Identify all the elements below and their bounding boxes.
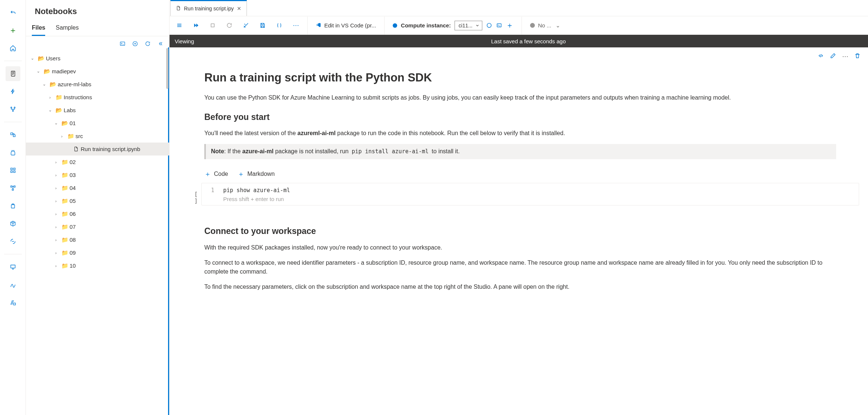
- tree-folder[interactable]: ›📁06: [26, 207, 169, 220]
- tree-folder[interactable]: ›📁09: [26, 246, 169, 259]
- edit-cell-icon[interactable]: [830, 53, 836, 61]
- tree-src[interactable]: ›📁src: [26, 130, 169, 143]
- svg-rect-15: [13, 303, 15, 305]
- cell-paragraph: You'll need the latest version of the az…: [204, 129, 836, 138]
- svg-rect-8: [11, 171, 13, 173]
- endpoints-icon[interactable]: [6, 234, 20, 249]
- status-saved: Last saved a few seconds ago: [194, 38, 863, 44]
- tree-folder[interactable]: ›📁02: [26, 155, 169, 168]
- tree-repo[interactable]: ⌄📂azure-ml-labs: [26, 78, 169, 91]
- svg-rect-16: [120, 42, 125, 45]
- clear-output-icon[interactable]: [243, 22, 249, 29]
- svg-rect-4: [11, 133, 13, 135]
- menu-icon[interactable]: [176, 22, 182, 29]
- tree-users[interactable]: ⌄📂Users: [26, 52, 169, 65]
- compute-label: Compute instance:: [401, 22, 451, 29]
- svg-point-19: [487, 23, 491, 27]
- pipelines-icon[interactable]: [6, 181, 20, 195]
- note-block: Note: If the azure-ai-ml package is not …: [204, 144, 836, 159]
- insert-code-button[interactable]: ＋Code: [204, 170, 228, 178]
- tree-labs[interactable]: ⌄📂Labs: [26, 104, 169, 117]
- variables-icon[interactable]: [276, 22, 282, 29]
- back-icon[interactable]: [6, 5, 20, 20]
- save-icon[interactable]: [259, 22, 266, 29]
- document-tabstrip: Run training script.ipy ✕: [170, 0, 868, 16]
- kernel-status-dot: [530, 23, 535, 28]
- tree-folder[interactable]: ›📁03: [26, 168, 169, 181]
- close-tab-icon[interactable]: ✕: [237, 6, 241, 11]
- tree-folder[interactable]: ›📁04: [26, 181, 169, 194]
- tree-folder[interactable]: ›📁08: [26, 233, 169, 246]
- automl-icon[interactable]: [6, 84, 20, 99]
- linked-icon[interactable]: [6, 295, 20, 310]
- scrollbar[interactable]: [166, 48, 168, 89]
- file-toolbar: [26, 36, 169, 52]
- svg-point-2: [14, 107, 15, 108]
- execution-indicator: [ ]: [189, 183, 198, 204]
- compute-restart-icon[interactable]: [486, 22, 492, 29]
- cell-paragraph: To connect to a workspace, we need ident…: [204, 258, 836, 277]
- notebook-toolbar: ⋯ Edit in VS Code (pr... Compute instanc…: [170, 16, 868, 35]
- notebooks-icon[interactable]: [6, 66, 20, 81]
- svg-rect-12: [12, 189, 13, 190]
- delete-cell-icon[interactable]: [854, 53, 861, 61]
- svg-rect-11: [14, 186, 15, 187]
- models-icon[interactable]: [6, 216, 20, 231]
- vscode-icon: [316, 22, 321, 29]
- more-icon[interactable]: ⋯: [293, 21, 299, 29]
- data-icon[interactable]: [6, 127, 20, 142]
- tree-folder[interactable]: ›📁07: [26, 220, 169, 233]
- kernel-select[interactable]: No ...: [530, 22, 560, 29]
- main: Run training script.ipy ✕ ⋯ Edit in VS C…: [170, 0, 868, 415]
- toggle-code-icon[interactable]: [818, 53, 824, 61]
- file-tabs: Files Samples: [26, 20, 169, 36]
- svg-rect-5: [13, 135, 15, 137]
- svg-rect-10: [11, 186, 12, 187]
- cell-more-icon[interactable]: ⋯: [842, 53, 848, 61]
- tree-folder[interactable]: ›📁10: [26, 259, 169, 272]
- document-tab[interactable]: Run training script.ipy ✕: [170, 0, 247, 16]
- cell-paragraph: With the required SDK packages installed…: [204, 243, 836, 252]
- file-panel: Notebooks Files Samples ⌄📂Users ⌄📂madiep…: [26, 0, 170, 415]
- insert-markdown-button[interactable]: ＋Markdown: [238, 170, 275, 178]
- cell-paragraph: To find the necessary parameters, click …: [204, 282, 836, 292]
- environments-icon[interactable]: [6, 198, 20, 213]
- svg-point-1: [11, 107, 12, 108]
- svg-rect-7: [13, 168, 15, 170]
- tree-instructions[interactable]: ›📁Instructions: [26, 91, 169, 104]
- add-icon[interactable]: ＋: [6, 23, 20, 38]
- compute-select[interactable]: ci11...: [455, 21, 482, 30]
- components-icon[interactable]: [6, 163, 20, 178]
- add-file-icon[interactable]: [132, 41, 138, 48]
- stop-icon[interactable]: [210, 22, 216, 29]
- designer-icon[interactable]: [6, 102, 20, 117]
- left-icon-rail: ＋: [0, 0, 26, 415]
- compute-add-icon[interactable]: ＋: [506, 20, 513, 30]
- collapse-icon[interactable]: [157, 41, 163, 48]
- compute-terminal-icon[interactable]: [496, 22, 502, 29]
- datastores-icon[interactable]: [6, 277, 20, 292]
- refresh-icon[interactable]: [145, 41, 151, 48]
- run-all-icon[interactable]: [193, 22, 199, 29]
- edit-vscode-button[interactable]: Edit in VS Code (pr...: [316, 22, 376, 29]
- svg-rect-13: [11, 205, 14, 208]
- run-hint: Press shift + enter to run: [207, 194, 854, 202]
- compute-section: Compute instance: ci11... ＋: [393, 20, 513, 30]
- tab-samples[interactable]: Samples: [56, 21, 78, 36]
- tree-lab01[interactable]: ⌄📂01: [26, 117, 169, 130]
- compute-icon[interactable]: [6, 260, 20, 274]
- home-icon[interactable]: [6, 41, 20, 56]
- jobs-icon[interactable]: [6, 145, 20, 160]
- cell-heading: Before you start: [204, 111, 836, 124]
- tab-files[interactable]: Files: [32, 21, 45, 36]
- terminal-icon[interactable]: [120, 41, 125, 48]
- document-tab-label: Run training script.ipy: [184, 6, 234, 11]
- line-number: 1: [207, 187, 214, 194]
- compute-status-dot: [393, 23, 397, 28]
- markdown-cell: Run a training script with the Python SD…: [176, 62, 864, 167]
- tree-file-selected[interactable]: Run training script.ipynb: [26, 143, 169, 155]
- tree-user[interactable]: ⌄📂madiepev: [26, 65, 169, 78]
- tree-folder[interactable]: ›📁05: [26, 194, 169, 207]
- code-cell[interactable]: [ ] 1pip show azure-ai-ml Press shift + …: [176, 183, 864, 205]
- restart-icon[interactable]: [226, 22, 232, 29]
